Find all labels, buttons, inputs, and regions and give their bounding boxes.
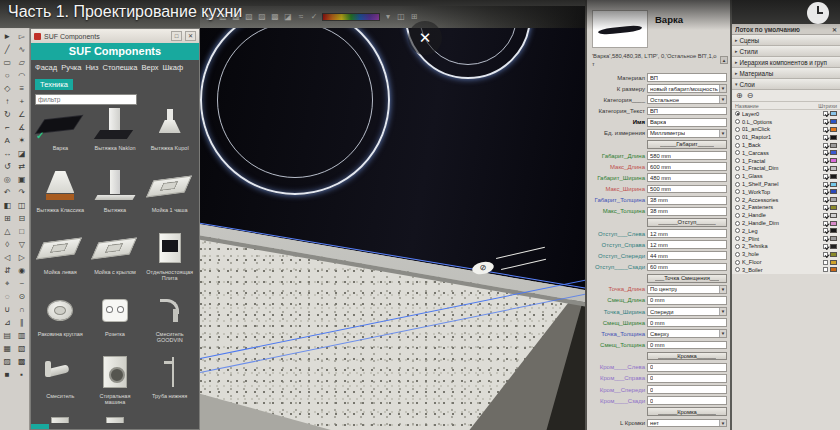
layer-row[interactable]: 3_hole bbox=[732, 250, 840, 258]
style-monochrome-icon[interactable]: ▨ bbox=[257, 12, 267, 22]
property-input[interactable]: Миллиметры ▼ bbox=[647, 129, 727, 138]
bottom-view-icon[interactable]: ▽ bbox=[15, 238, 30, 251]
property-input[interactable]: Сверху ▼ bbox=[647, 329, 727, 338]
component-item[interactable]: Смеситель bbox=[33, 353, 88, 415]
dropdown-arrow-icon[interactable]: ▼ bbox=[719, 96, 726, 103]
layer-active-radio[interactable] bbox=[735, 111, 740, 116]
circle-tool-icon[interactable]: ○ bbox=[0, 69, 15, 82]
property-row[interactable]: Кром____Сзади 0 ▼ bbox=[590, 395, 727, 406]
previous-view-icon[interactable]: ↶ bbox=[0, 186, 15, 199]
component-item[interactable]: Холодильник 2 bbox=[88, 415, 143, 423]
property-row[interactable]: Точка_Ширина Спереди ▼ bbox=[590, 306, 727, 317]
property-input[interactable]: 12 mm ▼ bbox=[647, 240, 727, 249]
layer-active-radio[interactable] bbox=[735, 158, 740, 163]
property-input[interactable]: 480 mm ▼ bbox=[647, 173, 727, 182]
property-input[interactable]: 44 mm ▼ bbox=[647, 251, 727, 260]
property-row[interactable]: Габарит_Толщина 38 mm ▼ bbox=[590, 195, 727, 206]
layer-visible-checkbox[interactable] bbox=[823, 236, 828, 241]
tray-section-layers[interactable]: ▾ Слои bbox=[732, 79, 840, 90]
move-tool-icon[interactable]: + bbox=[15, 95, 30, 108]
layer-color-swatch[interactable] bbox=[830, 182, 837, 187]
layer-color-swatch[interactable] bbox=[830, 228, 837, 233]
property-row[interactable]: Отступ____Сзади 60 mm ▼ bbox=[590, 261, 727, 272]
property-input[interactable]: 0 mm ▼ bbox=[647, 341, 727, 350]
component-item[interactable]: Раковина круглая bbox=[33, 291, 88, 353]
layer-color-swatch[interactable] bbox=[830, 260, 837, 265]
property-input[interactable]: ВП ▼ bbox=[647, 107, 727, 116]
layer-row[interactable]: Layer0 bbox=[732, 110, 840, 118]
property-input[interactable]: ______Отступ______ ▼ bbox=[647, 218, 727, 227]
layer-color-swatch[interactable] bbox=[830, 213, 837, 218]
suf-tab[interactable]: Верх bbox=[141, 63, 158, 72]
property-input[interactable]: 580 mm ▼ bbox=[647, 151, 727, 160]
minimize-button[interactable]: □ bbox=[171, 31, 182, 41]
zoom-extents-tool-icon[interactable]: ▣ bbox=[15, 173, 30, 186]
property-row[interactable]: Имя Варка ▼ bbox=[590, 117, 727, 128]
property-input[interactable]: Спереди ▼ bbox=[647, 307, 727, 316]
property-input[interactable]: По центру ▼ bbox=[647, 285, 727, 294]
property-row[interactable]: L Кромки нет ▼ bbox=[590, 417, 727, 428]
property-row[interactable]: Ед. измерения Миллиметры ▼ bbox=[590, 128, 727, 139]
pan-tool-icon[interactable]: ⇄ bbox=[15, 160, 30, 173]
fog-toggle-icon[interactable]: ▪ bbox=[15, 368, 30, 381]
top-view-icon[interactable]: △ bbox=[0, 225, 15, 238]
layer-row[interactable]: 2_Tehnika bbox=[732, 243, 840, 251]
component-item[interactable]: Мойка 1 чаша bbox=[142, 167, 197, 229]
property-row[interactable]: Точка_Длина По центру ▼ bbox=[590, 284, 727, 295]
rotate-tool-icon[interactable]: ↻ bbox=[0, 108, 15, 121]
freehand-tool-icon[interactable]: ∿ bbox=[15, 43, 30, 56]
layer-color-swatch[interactable] bbox=[830, 205, 837, 210]
layer-color-swatch[interactable] bbox=[830, 143, 837, 148]
layer-visible-checkbox[interactable] bbox=[823, 213, 828, 218]
layer-visible-checkbox[interactable] bbox=[823, 174, 828, 179]
property-input[interactable]: 38 mm ▼ bbox=[647, 207, 727, 216]
validate-icon[interactable]: ✓ bbox=[309, 12, 319, 22]
fog-icon[interactable]: ≈ bbox=[296, 12, 306, 22]
section-toggle-icon[interactable]: ◫ bbox=[396, 12, 406, 22]
tray-section[interactable]: ▸ Иерархия компонентов и груп bbox=[732, 57, 840, 68]
property-input[interactable]: 0 ▼ bbox=[647, 374, 727, 383]
grid-toggle-icon[interactable]: ⊞ bbox=[409, 12, 419, 22]
dropdown-arrow-icon[interactable]: ▼ bbox=[719, 286, 726, 293]
dropdown-arrow-icon[interactable]: ▼ bbox=[719, 308, 726, 315]
suf-tab[interactable]: Низ bbox=[85, 63, 98, 72]
layer-row[interactable]: 3_Boiler bbox=[732, 266, 840, 274]
follow-me-tool-icon[interactable]: ~ bbox=[15, 277, 30, 290]
property-input[interactable]: 12 mm ▼ bbox=[647, 229, 727, 238]
property-row[interactable]: К размеру новый габарит/мощность ▼ bbox=[590, 83, 727, 94]
layer-visible-checkbox[interactable] bbox=[823, 127, 828, 132]
outer-shell-icon[interactable]: ⊙ bbox=[15, 290, 30, 303]
eraser-tool-icon[interactable]: ▻ bbox=[15, 30, 30, 43]
component-filter-input[interactable] bbox=[35, 94, 137, 105]
component-item[interactable]: Розетка bbox=[88, 291, 143, 353]
orbit-tool-icon[interactable]: ↺ bbox=[0, 160, 15, 173]
layer-row[interactable]: 01_Raptor1 bbox=[732, 133, 840, 141]
position-camera-tool-icon[interactable]: ⌖ bbox=[0, 277, 15, 290]
layer-dropdown-icon[interactable]: ▾ bbox=[383, 12, 393, 22]
layer-visible-checkbox[interactable] bbox=[823, 244, 828, 249]
close-button[interactable]: ✕ bbox=[185, 31, 196, 41]
dropdown-arrow-icon[interactable]: ▼ bbox=[719, 130, 726, 137]
remove-layer-icon[interactable]: ⊖ bbox=[747, 91, 754, 101]
component-item[interactable]: Мойка левая bbox=[33, 229, 88, 291]
layer-color-swatch[interactable] bbox=[830, 119, 837, 124]
match-photo-icon[interactable]: ◫ bbox=[15, 199, 30, 212]
layer-color-swatch[interactable] bbox=[830, 244, 837, 249]
property-input[interactable]: 0 mm ▼ bbox=[647, 296, 727, 305]
component-item[interactable]: Труба нижняя bbox=[142, 353, 197, 415]
display-xray-icon[interactable]: ▩ bbox=[15, 355, 30, 368]
property-input[interactable]: ______Кромка______ ▼ bbox=[647, 407, 727, 416]
layer-active-radio[interactable] bbox=[735, 119, 740, 124]
layer-visible-checkbox[interactable] bbox=[823, 150, 828, 155]
component-item[interactable]: Стиральная машина bbox=[88, 353, 143, 415]
property-input[interactable]: 0 ▼ bbox=[647, 385, 727, 394]
tray-section[interactable]: ▸ Материалы bbox=[732, 68, 840, 79]
component-item[interactable]: Вытяжка Kupol bbox=[142, 105, 197, 167]
layer-row[interactable]: 2_Handle bbox=[732, 211, 840, 219]
property-row[interactable]: Смещ_Длина 0 mm ▼ bbox=[590, 295, 727, 306]
section-plane-tool-icon[interactable]: ◪ bbox=[15, 147, 30, 160]
tape-measure-tool-icon[interactable]: ⌐ bbox=[0, 121, 15, 134]
layer-color-swatch[interactable] bbox=[830, 158, 837, 163]
viewport-3d[interactable]: ⊘ bbox=[200, 28, 585, 430]
component-item[interactable]: Вытяжка bbox=[88, 167, 143, 229]
